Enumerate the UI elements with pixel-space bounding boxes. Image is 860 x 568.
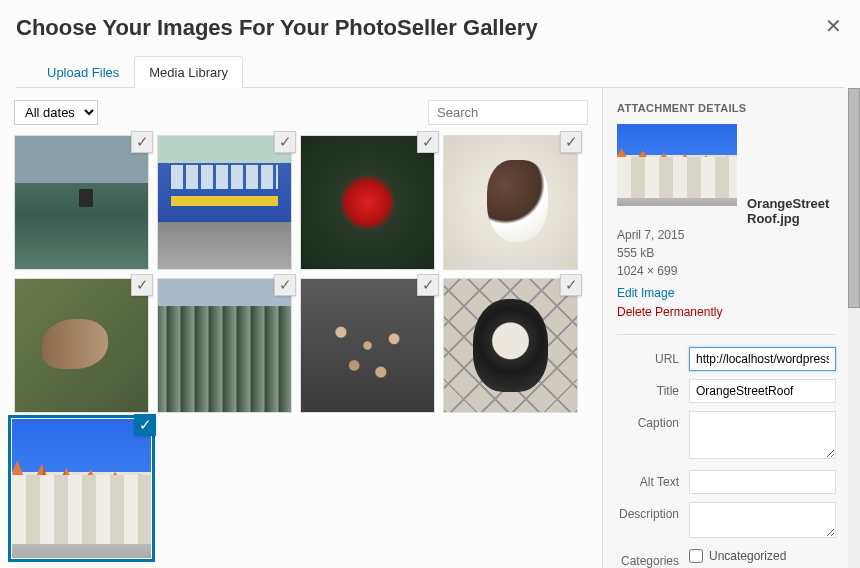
alt-text-field[interactable] <box>689 470 836 494</box>
media-item-crowd[interactable]: ✓ <box>300 278 435 413</box>
check-icon[interactable]: ✓ <box>131 274 153 296</box>
thumbnail <box>158 136 291 269</box>
title-field[interactable] <box>689 379 836 403</box>
thumbnail <box>12 419 151 558</box>
check-icon[interactable]: ✓ <box>417 274 439 296</box>
tab-upload-files[interactable]: Upload Files <box>32 56 134 88</box>
thumbnail <box>301 136 434 269</box>
check-icon[interactable]: ✓ <box>274 131 296 153</box>
category-uncategorized-label: Uncategorized <box>709 549 786 563</box>
tabs: Upload Files Media Library <box>16 56 844 88</box>
attachment-dimensions: 1024 × 699 <box>617 262 836 280</box>
thumbnail <box>15 279 148 412</box>
media-item-pipes[interactable]: ✓ <box>157 278 292 413</box>
label-title: Title <box>617 379 689 398</box>
url-field[interactable] <box>689 347 836 371</box>
category-uncategorized-checkbox[interactable] <box>689 549 703 563</box>
media-item-surfer[interactable]: ✓ <box>14 135 149 270</box>
thumbnail <box>444 279 577 412</box>
media-item-dog[interactable]: ✓ <box>443 135 578 270</box>
label-categories: Categories <box>617 549 689 568</box>
media-item-orange-street[interactable]: ✓ <box>12 419 151 558</box>
check-icon[interactable]: ✓ <box>560 274 582 296</box>
scrollbar[interactable] <box>848 88 860 568</box>
label-caption: Caption <box>617 411 689 430</box>
sidebar-heading: ATTACHMENT DETAILS <box>617 102 836 114</box>
check-icon[interactable]: ✓ <box>417 131 439 153</box>
tab-media-library[interactable]: Media Library <box>134 56 243 88</box>
description-field[interactable] <box>689 502 836 538</box>
edit-image-link[interactable]: Edit Image <box>617 284 836 303</box>
media-item-husky[interactable]: ✓ <box>443 278 578 413</box>
attachment-date: April 7, 2015 <box>617 226 836 244</box>
thumbnail <box>158 279 291 412</box>
close-icon: ✕ <box>825 15 842 37</box>
label-url: URL <box>617 347 689 366</box>
media-item-bus[interactable]: ✓ <box>157 135 292 270</box>
check-icon[interactable]: ✓ <box>274 274 296 296</box>
attachment-thumbnail <box>617 124 737 206</box>
thumbnail <box>15 136 148 269</box>
attachment-details-panel: ATTACHMENT DETAILS OrangeStreetRoof.jpg … <box>602 88 860 568</box>
attachment-filesize: 555 kB <box>617 244 836 262</box>
caption-field[interactable] <box>689 411 836 459</box>
close-button[interactable]: ✕ <box>825 14 842 38</box>
search-input[interactable] <box>428 100 588 125</box>
check-icon[interactable]: ✓ <box>134 414 156 436</box>
thumbnail <box>444 136 577 269</box>
media-item-bird[interactable]: ✓ <box>14 278 149 413</box>
modal-title: Choose Your Images For Your PhotoSeller … <box>16 14 844 42</box>
label-alt: Alt Text <box>617 470 689 489</box>
thumbnail <box>301 279 434 412</box>
date-filter-select[interactable]: All dates <box>14 100 98 125</box>
check-icon[interactable]: ✓ <box>560 131 582 153</box>
label-description: Description <box>617 502 689 521</box>
media-grid-panel: All dates ✓ ✓ ✓ ✓ ✓ <box>0 88 602 568</box>
scrollbar-thumb[interactable] <box>848 88 860 308</box>
delete-permanently-link[interactable]: Delete Permanently <box>617 303 836 322</box>
check-icon[interactable]: ✓ <box>131 131 153 153</box>
media-item-rose[interactable]: ✓ <box>300 135 435 270</box>
